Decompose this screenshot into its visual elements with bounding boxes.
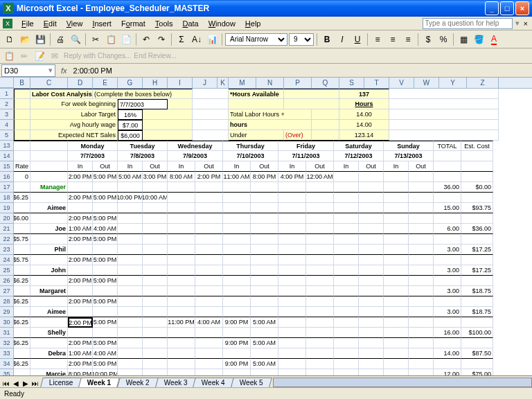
shift-in-2[interactable]: [223, 348, 251, 359]
dropdown-icon[interactable]: ▾: [513, 19, 522, 28]
shift-in-2[interactable]: 8:00 PM: [68, 369, 93, 375]
shift-out-2[interactable]: [359, 245, 384, 255]
column-header[interactable]: N: [256, 78, 284, 88]
cell[interactable]: [14, 245, 30, 255]
shift-in-2[interactable]: [334, 224, 359, 234]
shift-in-2[interactable]: [118, 203, 143, 213]
day-name[interactable]: Thursday: [223, 141, 278, 151]
cost-cell[interactable]: $17.25: [461, 245, 493, 255]
shift-out[interactable]: [143, 338, 168, 348]
shift-out-2[interactable]: [143, 328, 168, 338]
cell[interactable]: [30, 141, 68, 151]
cell[interactable]: [434, 359, 461, 369]
shift-in-2[interactable]: [168, 224, 195, 234]
shift-out[interactable]: 5:00 PM: [93, 193, 118, 203]
rate-cell[interactable]: $6.25: [14, 359, 30, 369]
in-header[interactable]: In: [118, 161, 143, 172]
shift-in-2[interactable]: [118, 265, 143, 276]
column-header[interactable]: Q: [312, 78, 339, 88]
cell[interactable]: [30, 276, 68, 286]
row-header[interactable]: 17: [0, 182, 14, 193]
row-header[interactable]: 20: [0, 213, 14, 224]
employee-name[interactable]: Aimee: [30, 307, 68, 317]
shift-in[interactable]: [278, 359, 306, 369]
shift-in[interactable]: [384, 255, 409, 265]
column-header[interactable]: H: [143, 78, 168, 88]
shift-out[interactable]: [195, 359, 223, 369]
rate-cell[interactable]: $6.25: [14, 193, 30, 203]
column-header[interactable]: W: [414, 78, 439, 88]
shift-in-2[interactable]: [168, 245, 195, 255]
shift-in-2[interactable]: [384, 245, 409, 255]
row-header[interactable]: 5: [0, 130, 14, 141]
shift-in[interactable]: [168, 255, 195, 265]
shift-out[interactable]: 5:00 PM: [93, 359, 118, 369]
shift-out[interactable]: [143, 213, 168, 224]
shift-out[interactable]: [409, 317, 434, 328]
rate-cell[interactable]: 0: [14, 172, 30, 182]
cell[interactable]: [461, 151, 493, 161]
shift-out[interactable]: [306, 213, 334, 224]
shift-in[interactable]: 2:00 PM: [68, 255, 93, 265]
shift-in[interactable]: [334, 296, 359, 307]
fill-color-icon[interactable]: 🪣: [472, 33, 486, 46]
cell[interactable]: [284, 99, 339, 109]
shift-in-2[interactable]: [384, 224, 409, 234]
shift-out[interactable]: [195, 213, 223, 224]
shift-in-2[interactable]: [118, 328, 143, 338]
shift-in-2[interactable]: [278, 348, 306, 359]
column-header[interactable]: J: [193, 78, 218, 88]
cell[interactable]: [30, 255, 68, 265]
shift-out[interactable]: 5:00 AM: [251, 359, 278, 369]
cell[interactable]: [14, 369, 30, 375]
cell[interactable]: [389, 109, 499, 120]
shift-out-2[interactable]: [251, 348, 278, 359]
cell[interactable]: [461, 296, 493, 307]
row-header[interactable]: 31: [0, 328, 14, 338]
worksheet[interactable]: BCDEGHIJKMNPQSTVWYZ 1Labor Cost Analysis…: [0, 78, 532, 375]
sum-icon[interactable]: Σ: [175, 33, 188, 46]
shift-in[interactable]: [118, 255, 143, 265]
shift-in[interactable]: [384, 276, 409, 286]
shift-in[interactable]: 11:00 PM: [168, 317, 195, 328]
shift-out[interactable]: [251, 255, 278, 265]
shift-out[interactable]: [409, 359, 434, 369]
shift-out[interactable]: [306, 193, 334, 203]
cell[interactable]: [143, 109, 193, 120]
shift-in[interactable]: [168, 359, 195, 369]
copy-icon[interactable]: 📋: [104, 33, 118, 46]
shift-in[interactable]: 5:00 AM: [118, 172, 143, 182]
shift-out[interactable]: [251, 193, 278, 203]
shift-out-2[interactable]: [306, 245, 334, 255]
menu-tools[interactable]: Tools: [150, 18, 178, 29]
control-icon[interactable]: X: [3, 19, 12, 28]
shift-in-2[interactable]: [68, 203, 93, 213]
wage-label[interactable]: Avg hourly wage: [30, 120, 118, 130]
shift-out[interactable]: 5:00 PM: [93, 338, 118, 348]
shift-in[interactable]: [384, 296, 409, 307]
cell[interactable]: [312, 120, 339, 130]
shift-in[interactable]: [334, 193, 359, 203]
day-date[interactable]: 7/13/2003: [384, 151, 434, 161]
cell[interactable]: [434, 151, 461, 161]
column-header[interactable]: C: [30, 78, 68, 88]
out-header[interactable]: Out: [93, 161, 118, 172]
chart-icon[interactable]: 📊: [205, 33, 219, 46]
shift-out[interactable]: [306, 338, 334, 348]
cost-cell[interactable]: $87.50: [461, 348, 493, 359]
column-header[interactable]: K: [218, 78, 229, 88]
cell[interactable]: [14, 130, 30, 141]
cell[interactable]: [434, 255, 461, 265]
rate-cell[interactable]: $6.00: [14, 213, 30, 224]
shift-out[interactable]: [306, 359, 334, 369]
menu-file[interactable]: File: [17, 18, 39, 29]
shift-in-2[interactable]: [334, 369, 359, 375]
out-header[interactable]: Out: [195, 161, 223, 172]
shift-in[interactable]: 2:00 PM: [68, 213, 93, 224]
underline-icon[interactable]: U: [351, 33, 364, 46]
shift-in[interactable]: [334, 338, 359, 348]
shift-out[interactable]: [306, 317, 334, 328]
shift-in[interactable]: 10:00 PM: [118, 193, 143, 203]
sort-icon[interactable]: A↓: [190, 33, 204, 46]
column-header[interactable]: M: [229, 78, 256, 88]
